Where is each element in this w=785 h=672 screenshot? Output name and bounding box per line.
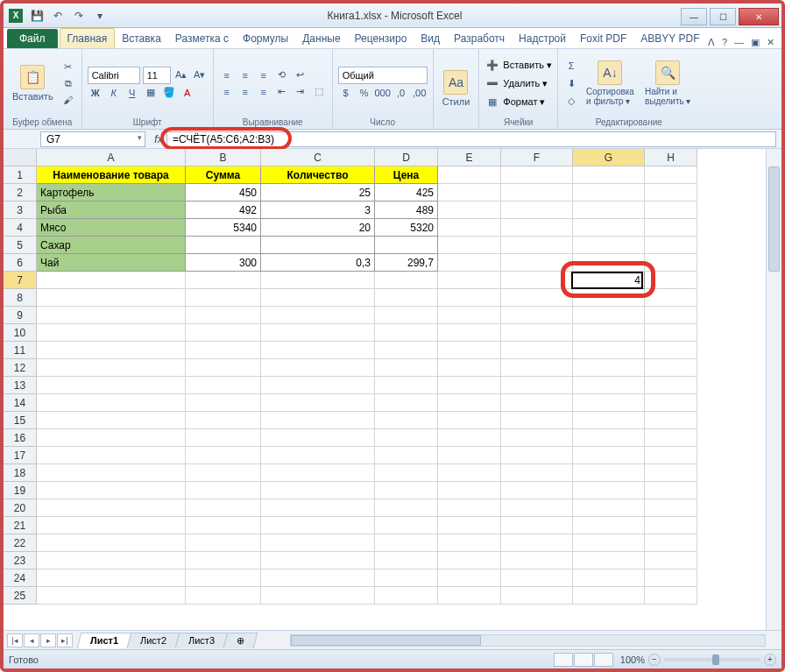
cell[interactable] [501, 272, 573, 289]
cell[interactable] [261, 587, 375, 605]
tab-data[interactable]: Данные [295, 29, 347, 48]
cell[interactable] [186, 307, 261, 324]
cell[interactable] [37, 272, 186, 289]
cell[interactable] [573, 429, 645, 447]
cell[interactable] [501, 447, 573, 464]
cell[interactable]: Рыба [37, 202, 186, 219]
cell[interactable]: Сумма [186, 166, 261, 184]
cell[interactable] [501, 464, 573, 482]
sheet-tab-1[interactable]: Лист1 [77, 633, 132, 648]
cell[interactable] [573, 534, 645, 552]
row-2[interactable]: 2 [4, 184, 37, 202]
cell[interactable] [645, 534, 697, 552]
cell[interactable] [645, 447, 697, 464]
cell[interactable] [501, 166, 573, 184]
cell[interactable]: Картофель [37, 184, 186, 202]
cells-area[interactable]: Наименование товараСуммаКоличествоЦенаКа… [37, 166, 766, 630]
cell[interactable] [37, 394, 186, 412]
cell[interactable] [261, 464, 375, 482]
row-5[interactable]: 5 [4, 237, 37, 254]
cell[interactable] [501, 569, 573, 587]
tab-pagelayout[interactable]: Разметка с [168, 29, 236, 48]
cell[interactable] [375, 499, 438, 517]
hscroll-thumb[interactable] [291, 635, 480, 646]
cell[interactable]: Наименование товара [37, 166, 186, 184]
border-icon[interactable]: ▦ [143, 85, 159, 101]
decrease-indent-icon[interactable]: ⇤ [274, 84, 290, 100]
cell[interactable] [501, 377, 573, 394]
cell[interactable]: 4 [573, 272, 645, 289]
cell[interactable] [186, 289, 261, 307]
cell[interactable] [573, 499, 645, 517]
cell[interactable] [261, 394, 375, 412]
cell[interactable] [186, 412, 261, 429]
cell[interactable] [645, 587, 697, 605]
cell[interactable] [375, 517, 438, 534]
cell[interactable] [501, 534, 573, 552]
cell[interactable] [261, 359, 375, 377]
number-format-combo[interactable]: Общий [338, 67, 428, 84]
cell[interactable] [573, 482, 645, 499]
maximize-button[interactable]: ☐ [710, 8, 736, 25]
zoom-out-button[interactable]: − [648, 654, 661, 666]
cell[interactable] [501, 237, 573, 254]
cell[interactable] [438, 552, 501, 569]
cell[interactable] [186, 464, 261, 482]
cell[interactable]: 25 [261, 184, 375, 202]
cell[interactable] [573, 307, 645, 324]
paste-button[interactable]: 📋 Вставить [9, 63, 57, 103]
cell[interactable] [645, 324, 697, 342]
cell[interactable] [645, 394, 697, 412]
cell[interactable] [261, 289, 375, 307]
cell[interactable] [438, 464, 501, 482]
row-25[interactable]: 25 [4, 587, 37, 605]
doc-min-icon[interactable]: — [734, 37, 744, 48]
cell[interactable] [645, 499, 697, 517]
cell[interactable] [645, 482, 697, 499]
format-cells-button[interactable]: ▦Формат ▾ [484, 94, 552, 110]
cell[interactable]: Цена [375, 166, 438, 184]
cell[interactable] [261, 534, 375, 552]
cell[interactable] [438, 499, 501, 517]
cell[interactable] [501, 289, 573, 307]
cell[interactable] [438, 447, 501, 464]
ribbon-minimize-icon[interactable]: ᐱ [708, 37, 715, 48]
select-all-corner[interactable] [4, 149, 37, 166]
format-painter-icon[interactable]: 🖌 [60, 92, 76, 108]
sheet-nav-next-icon[interactable]: ▸ [40, 633, 56, 647]
cell[interactable] [375, 464, 438, 482]
clear-icon[interactable]: ◇ [563, 93, 579, 109]
cell[interactable]: Чай [37, 254, 186, 272]
cell[interactable] [375, 534, 438, 552]
cell[interactable] [573, 587, 645, 605]
sheet-tab-3[interactable]: Лист3 [175, 633, 229, 648]
row-10[interactable]: 10 [4, 324, 37, 342]
cell[interactable] [438, 324, 501, 342]
cell[interactable] [375, 552, 438, 569]
cell[interactable] [37, 359, 186, 377]
styles-button[interactable]: Aa Стили [439, 68, 474, 109]
cell[interactable] [37, 324, 186, 342]
cell[interactable] [261, 272, 375, 289]
cell[interactable] [261, 307, 375, 324]
fill-icon[interactable]: ⬇ [563, 75, 579, 91]
row-1[interactable]: 1 [4, 166, 37, 184]
col-F[interactable]: F [501, 149, 573, 166]
increase-indent-icon[interactable]: ⇥ [293, 84, 308, 100]
doc-restore-icon[interactable]: ▣ [751, 37, 760, 48]
cell[interactable] [573, 447, 645, 464]
cell[interactable]: Мясо [37, 219, 186, 237]
tab-abbyy[interactable]: ABBYY PDF [633, 29, 706, 48]
cell[interactable] [573, 166, 645, 184]
cell[interactable] [645, 219, 697, 237]
cell[interactable] [438, 569, 501, 587]
cell[interactable] [645, 552, 697, 569]
vscroll-thumb[interactable] [768, 166, 780, 272]
cell[interactable] [375, 237, 438, 254]
cell[interactable] [261, 517, 375, 534]
cell[interactable] [645, 307, 697, 324]
cell[interactable] [375, 587, 438, 605]
zoom-in-button[interactable]: + [764, 654, 776, 666]
merge-icon[interactable]: ⬚ [311, 84, 327, 100]
cell[interactable]: 492 [186, 202, 261, 219]
